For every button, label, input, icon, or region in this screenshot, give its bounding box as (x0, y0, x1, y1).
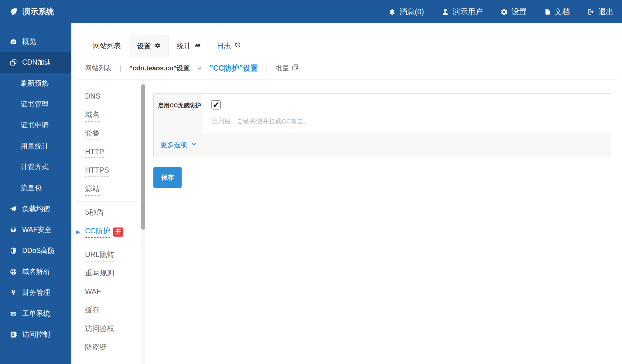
menu-item-label: 缓存 (85, 305, 100, 317)
checkmark-icon: ✔ (213, 100, 220, 110)
scrollbar-track (141, 79, 145, 364)
docs-button[interactable]: 文档 (544, 7, 570, 17)
more-options-toggle[interactable]: 更多选项 (154, 133, 611, 157)
logout-button[interactable]: 退出 (587, 7, 613, 17)
cc-protect-panel: 启用CC无感防护 ✔ 启用后，自动检测并拦截CC攻击。 更多选项 (153, 79, 611, 364)
paper-plane-icon (9, 205, 18, 213)
sidebar-item-label: 访问控制 (22, 330, 50, 339)
top-bar: 演示系统 消息(0) 演示用户 设置 (0, 0, 622, 23)
user-menu-button[interactable]: 演示用户 (442, 7, 483, 17)
dashboard-icon (9, 38, 18, 45)
sidebar-item-ddos[interactable]: DDoS高防 (0, 240, 71, 261)
field-help-text: 启用后，自动检测并拦截CC攻击。 (211, 117, 611, 126)
menu-item-label: 套餐 (85, 128, 100, 140)
settings-button[interactable]: 设置 (501, 7, 527, 17)
menu-item-hotlink-protect[interactable]: 防盗链 (71, 339, 145, 357)
sidebar-item-usage-stats[interactable]: 用量统计 (0, 136, 71, 157)
scrollbar-thumb[interactable] (141, 84, 145, 230)
tab-bar: 网站列表 设置 统计 日志 (71, 23, 622, 57)
top-nav: 消息(0) 演示用户 设置 文档 (388, 7, 613, 17)
magnet-icon (9, 226, 18, 234)
menu-item-label: 访问鉴权 (85, 324, 114, 335)
menu-item-origin[interactable]: 源站 (71, 180, 145, 199)
sidebar-item-label: WAF安全 (22, 225, 51, 234)
menu-item-cc-protect[interactable]: ▶ CC防护 开 (71, 223, 145, 241)
sidebar-item-refresh-preheat[interactable]: 刷新预热 (0, 73, 71, 94)
save-button[interactable]: 保存 (153, 167, 182, 188)
menu-item-label: 域名 (85, 110, 100, 122)
active-pointer-icon: ▶ (76, 229, 80, 234)
tab-label: 统计 (177, 41, 191, 51)
sidebar-item-load-balance[interactable]: 负载均衡 (0, 198, 71, 219)
sidebar-item-label: 域名解析 (22, 267, 50, 276)
messages-button[interactable]: 消息(0) (388, 7, 424, 17)
menu-item-url-redirect[interactable]: URL跳转 (71, 246, 145, 265)
sidebar-item-tickets[interactable]: 工单系统 (0, 303, 71, 324)
cc-protect-form: 启用CC无感防护 ✔ 启用后，自动检测并拦截CC攻击。 更多选项 (153, 93, 611, 157)
user-icon (442, 8, 449, 15)
sidebar-item-label: 用量统计 (21, 141, 49, 151)
menu-item-label: HTTPS (85, 166, 109, 177)
sidebar-item-cert-apply[interactable]: 证书申请 (0, 115, 71, 136)
sidebar-item-cert-manage[interactable]: 证书管理 (0, 94, 71, 115)
menu-item-dns[interactable]: DNS (71, 88, 145, 106)
chart-area-icon (194, 42, 201, 50)
more-options-label: 更多选项 (160, 140, 187, 150)
sidebar-item-waf[interactable]: WAF安全 (0, 219, 71, 240)
menu-item-access-auth[interactable]: 访问鉴权 (71, 320, 145, 339)
sidebar-item-access-control[interactable]: 访问控制 (0, 324, 71, 345)
menu-item-rewrite-rules[interactable]: 重写规则 (71, 265, 145, 283)
menu-divider (76, 244, 137, 244)
form-field-label: 启用CC无感防护 (154, 94, 202, 133)
tab-logs[interactable]: 日志 (209, 35, 249, 57)
sidebar-item-label: 工单系统 (22, 309, 50, 318)
logout-label: 退出 (598, 7, 613, 17)
sidebar-item-label: 证书管理 (21, 99, 49, 109)
menu-item-waf[interactable]: WAF (71, 283, 145, 302)
menu-item-cache[interactable]: 缓存 (71, 302, 145, 320)
menu-item-plan[interactable]: 套餐 (71, 125, 145, 143)
sidebar-item-cdn[interactable]: CDN加速 (0, 52, 71, 73)
globe-icon (9, 268, 18, 275)
breadcrumb-site-list[interactable]: 网站列表 (85, 64, 112, 73)
sidebar-item-label: 概览 (22, 37, 36, 46)
breadcrumb-arrow: » (198, 64, 202, 72)
menu-item-domain[interactable]: 域名 (71, 106, 145, 125)
yen-icon: ¥ (9, 288, 18, 297)
clone-icon (9, 59, 18, 66)
chevron-down-icon (191, 141, 197, 149)
sidebar-item-label: 流量包 (21, 183, 42, 193)
document-icon (544, 8, 551, 15)
menu-divider (76, 201, 137, 202)
menu-item-5s-shield[interactable]: 5秒盾 (71, 204, 145, 223)
menu-item-label: DNS (85, 92, 101, 103)
messages-label: 消息(0) (399, 7, 424, 17)
settings-menu: DNS 域名 套餐 HTTP HTTPS 源站 (71, 79, 145, 364)
batch-button[interactable]: 批量 (275, 64, 299, 73)
sidebar-item-dns-resolve[interactable]: 域名解析 (0, 261, 71, 282)
tab-label: 设置 (137, 42, 151, 51)
menu-item-label: HTTP (85, 147, 104, 158)
tab-settings[interactable]: 设置 (129, 35, 169, 57)
sidebar-nav: 概览 CDN加速 刷新预热 证书管理 证书申请 用量统计 计费方式 (0, 23, 71, 364)
tab-statistics[interactable]: 统计 (169, 35, 209, 57)
sidebar-item-billing-mode[interactable]: 计费方式 (0, 157, 71, 177)
sidebar-item-label: DDoS高防 (22, 246, 55, 255)
menu-item-label: 重写规则 (85, 268, 114, 280)
cc-protect-checkbox[interactable]: ✔ (211, 100, 221, 110)
menu-item-http[interactable]: HTTP (71, 143, 145, 162)
menu-item-label: 防盗链 (85, 342, 107, 354)
sidebar-item-overview[interactable]: 概览 (0, 31, 71, 52)
sidebar-item-finance[interactable]: ¥ 财务管理 (0, 282, 71, 303)
menu-item-label: CC防护 (85, 226, 110, 238)
ticket-icon (9, 310, 18, 317)
leaf-icon (9, 7, 18, 16)
brand-title: 演示系统 (22, 6, 54, 17)
history-icon (234, 42, 241, 50)
sidebar-item-traffic-pack[interactable]: 流量包 (0, 177, 71, 198)
menu-item-label: 5秒盾 (85, 207, 104, 219)
menu-item-https[interactable]: HTTPS (71, 162, 145, 180)
tab-site-list[interactable]: 网站列表 (85, 35, 129, 57)
address-book-icon (9, 331, 18, 338)
breadcrumb-site-settings[interactable]: "cdn.teaos.cn"设置 (129, 64, 190, 73)
